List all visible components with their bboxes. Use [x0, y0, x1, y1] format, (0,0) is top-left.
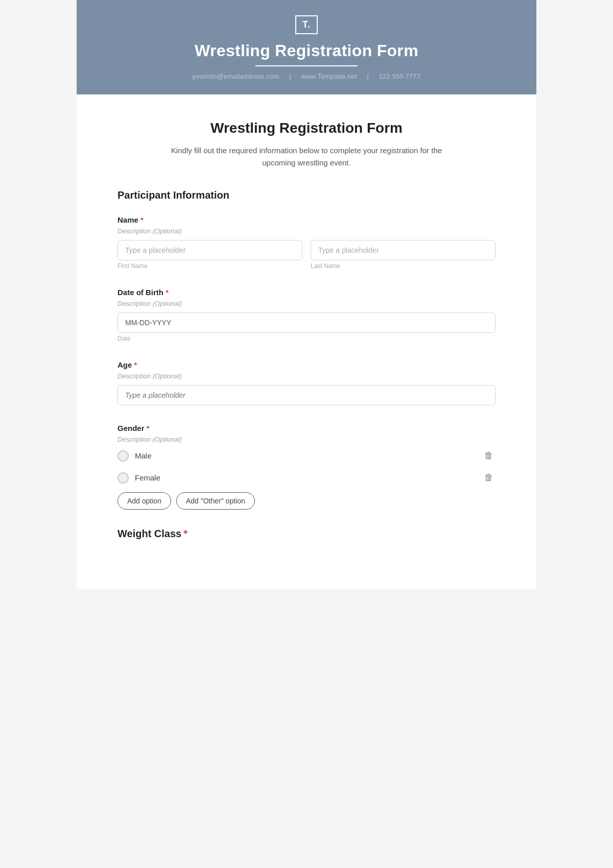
add-options-row: Add option Add "Other" option: [117, 492, 496, 510]
contact-website: www.Template.net: [301, 73, 357, 80]
last-name-input[interactable]: [311, 240, 496, 260]
gender-male-label: Male: [135, 451, 152, 460]
form-title: Wrestling Registration Form: [117, 120, 496, 136]
name-inputs-row: First Name Last Name: [117, 240, 496, 270]
form-content: Wrestling Registration Form Kindly fill …: [77, 94, 536, 589]
weight-class-required-star: *: [183, 528, 187, 540]
separator-2: |: [367, 73, 369, 80]
name-field-group: Name * Description (Optional) First Name…: [117, 215, 496, 270]
gender-female-label: Female: [135, 473, 160, 482]
first-name-sublabel: First Name: [117, 262, 302, 270]
dob-sublabel: Date: [117, 335, 496, 342]
name-description: Description (Optional): [117, 227, 496, 235]
age-input[interactable]: [117, 385, 496, 405]
dob-input[interactable]: [117, 312, 496, 333]
name-required-star: *: [140, 215, 144, 224]
age-required-star: *: [134, 360, 137, 369]
last-name-sublabel: Last Name: [311, 262, 496, 270]
name-label: Name *: [117, 215, 496, 224]
gender-male-left: Male: [117, 450, 152, 462]
gender-male-radio[interactable]: [117, 450, 129, 462]
gender-option-male: Male 🗑: [117, 448, 496, 463]
section-title: Participant Information: [117, 189, 496, 201]
weight-class-label: Weight Class *: [117, 528, 496, 540]
contact-email: yourinfo@emailaddress.com: [193, 73, 279, 80]
form-description: Kindly fill out the required information…: [117, 144, 496, 169]
last-name-wrapper: Last Name: [311, 240, 496, 270]
header-contact: yourinfo@emailaddress.com | www.Template…: [97, 73, 516, 80]
separator-1: |: [289, 73, 291, 80]
dob-field-group: Date of Birth * Description (Optional) D…: [117, 288, 496, 342]
gender-required-star: *: [147, 424, 150, 432]
gender-field-group: Gender * Description (Optional) Male 🗑 F…: [117, 424, 496, 510]
header-divider: [255, 65, 358, 66]
gender-female-delete-icon[interactable]: 🗑: [482, 470, 496, 485]
gender-male-delete-icon[interactable]: 🗑: [482, 448, 496, 463]
contact-phone: 222 555 7777: [379, 73, 421, 80]
gender-female-radio[interactable]: [117, 472, 129, 484]
gender-female-left: Female: [117, 472, 160, 484]
dob-label: Date of Birth *: [117, 288, 496, 297]
age-field-group: Age * Description (Optional): [117, 360, 496, 405]
first-name-input[interactable]: [117, 240, 302, 260]
first-name-wrapper: First Name: [117, 240, 302, 270]
page-header: T. Wrestling Registration Form yourinfo@…: [77, 0, 536, 94]
gender-description: Description (Optional): [117, 436, 496, 443]
age-label: Age *: [117, 360, 496, 369]
age-description: Description (Optional): [117, 372, 496, 380]
add-other-option-button[interactable]: Add "Other" option: [176, 492, 255, 510]
weight-class-field-group: Weight Class *: [117, 528, 496, 540]
header-title: Wrestling Registration Form: [97, 41, 516, 60]
logo: T.: [295, 15, 318, 34]
gender-option-female: Female 🗑: [117, 470, 496, 485]
gender-label: Gender *: [117, 424, 496, 432]
add-option-button[interactable]: Add option: [117, 492, 171, 510]
dob-description: Description (Optional): [117, 300, 496, 307]
dob-required-star: *: [166, 288, 169, 297]
